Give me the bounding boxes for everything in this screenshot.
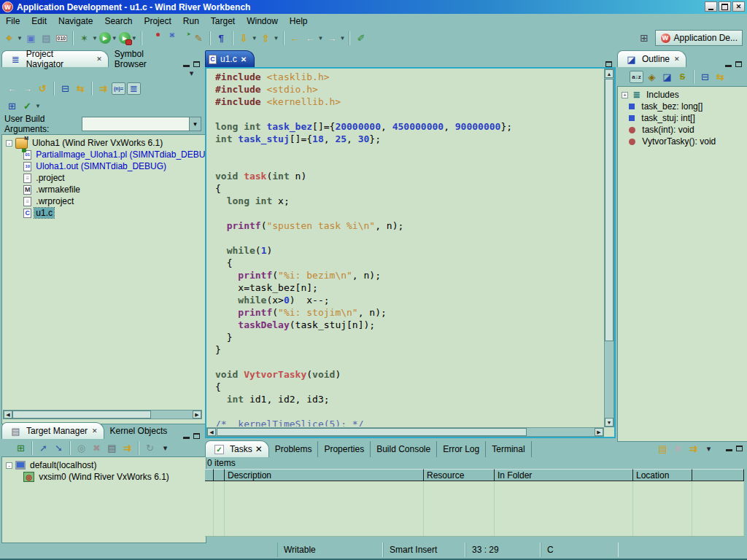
expander-icon[interactable]: - bbox=[6, 140, 12, 147]
menu-navigate[interactable]: Navigate bbox=[53, 15, 98, 27]
project-item[interactable]: PartialImage_Uloha1.pl (SIMNTdiab_DEBU bbox=[4, 149, 206, 160]
column-header[interactable] bbox=[214, 469, 225, 481]
run-icon[interactable] bbox=[99, 32, 111, 44]
restore-button[interactable] bbox=[719, 1, 731, 12]
open-folder-blue-icon[interactable] bbox=[161, 32, 175, 44]
menu-window[interactable]: Window bbox=[241, 15, 284, 27]
new-wizard-icon[interactable] bbox=[2, 32, 16, 44]
sync-icon[interactable] bbox=[120, 442, 134, 454]
outline-item[interactable]: task_bez: long[] bbox=[619, 101, 747, 112]
outline-item[interactable]: +Includes bbox=[619, 89, 747, 101]
outline-item[interactable]: task_stuj: int[] bbox=[619, 112, 747, 124]
remove-icon[interactable] bbox=[90, 442, 104, 454]
tab-problems[interactable]: Problems bbox=[269, 441, 319, 457]
combo-dropdown-button[interactable]: ▼ bbox=[189, 117, 201, 131]
menu-edit[interactable]: Edit bbox=[26, 15, 53, 27]
scroll-up-icon[interactable]: ▲ bbox=[605, 69, 614, 78]
nav-up-icon[interactable] bbox=[36, 82, 50, 95]
outline-item[interactable]: VytvorTasky(): void bbox=[619, 136, 747, 147]
maximize-view-button[interactable] bbox=[193, 433, 200, 439]
tab-kernel-objects[interactable]: Kernel Objects bbox=[104, 423, 174, 439]
add-task-icon[interactable] bbox=[656, 443, 670, 455]
delete-task-icon[interactable] bbox=[671, 443, 685, 455]
link-with-editor-pin-icon[interactable] bbox=[354, 32, 368, 44]
column-header-location[interactable]: Location bbox=[633, 469, 692, 481]
tab-outline[interactable]: Outline✕ bbox=[617, 50, 686, 67]
project-item[interactable]: .wrproject bbox=[4, 195, 206, 207]
editor-tab-u1c[interactable]: u1.c ✕ bbox=[205, 50, 255, 67]
maximize-view-button[interactable] bbox=[193, 61, 200, 67]
build-binary-icon[interactable] bbox=[55, 32, 69, 44]
tab-symbol-browser[interactable]: Symbol Browser bbox=[109, 51, 183, 67]
hide-non-public-icon[interactable] bbox=[676, 71, 689, 83]
open-folder-red-icon[interactable] bbox=[146, 32, 160, 44]
group-by-icon[interactable] bbox=[127, 82, 141, 95]
close-tab-icon[interactable]: ✕ bbox=[241, 55, 247, 63]
tab-build-console[interactable]: Build Console bbox=[371, 441, 437, 457]
dropdown-arrow-icon[interactable]: ▼ bbox=[17, 35, 23, 42]
dropdown-arrow-icon[interactable]: ▼ bbox=[131, 35, 137, 42]
target-item[interactable]: -default(localhost) bbox=[4, 459, 206, 471]
back-icon[interactable] bbox=[303, 32, 317, 44]
properties-icon[interactable] bbox=[105, 442, 119, 454]
scroll-left-icon[interactable]: ◀ bbox=[207, 428, 216, 436]
hide-static-icon[interactable] bbox=[660, 71, 674, 83]
minimize-button[interactable] bbox=[705, 1, 717, 12]
code-text[interactable]: #include <tasklib.h>#include <stdio.h>#i… bbox=[215, 71, 603, 427]
last-edit-location-icon[interactable] bbox=[288, 32, 302, 44]
column-header-resource[interactable]: Resource bbox=[424, 469, 495, 481]
close-tab-icon[interactable]: ✕ bbox=[96, 55, 102, 63]
dropdown-arrow-icon[interactable]: ▼ bbox=[112, 35, 117, 42]
maximize-view-button[interactable] bbox=[736, 446, 743, 451]
close-button[interactable]: ✕ bbox=[732, 1, 745, 12]
link-with-editor-icon[interactable] bbox=[713, 71, 727, 83]
tab-properties[interactable]: Properties bbox=[318, 441, 371, 457]
link-with-editor-icon[interactable] bbox=[74, 82, 88, 95]
scrollbar-thumb[interactable] bbox=[217, 428, 527, 436]
scroll-right-icon[interactable]: ▶ bbox=[193, 411, 201, 419]
forward-icon[interactable] bbox=[325, 32, 338, 44]
column-header-description[interactable]: Description bbox=[225, 469, 424, 481]
open-folder-green-icon[interactable] bbox=[177, 32, 190, 44]
show-build-spec-icon[interactable] bbox=[112, 82, 125, 95]
maximize-view-button[interactable] bbox=[735, 61, 742, 67]
expander-icon[interactable]: + bbox=[622, 92, 628, 98]
target-item[interactable]: vxsim0 (Wind River VxWorks 6.1) bbox=[4, 471, 206, 483]
dropdown-arrow-icon[interactable]: ▼ bbox=[339, 35, 345, 42]
project-item[interactable]: Uloha1.out (SIMNTdiab_DEBUG) bbox=[4, 160, 206, 172]
save-icon[interactable] bbox=[24, 32, 38, 44]
editor-content[interactable]: #include <tasklib.h>#include <stdio.h>#i… bbox=[205, 67, 616, 438]
expander-icon[interactable]: - bbox=[6, 462, 12, 469]
next-annotation-icon[interactable] bbox=[237, 32, 251, 44]
project-tree-hscrollbar[interactable]: ◀ ▶ bbox=[3, 410, 202, 419]
active-perspective-button[interactable]: W Application De... bbox=[655, 30, 743, 46]
menu-project[interactable]: Project bbox=[138, 15, 177, 27]
refresh-icon[interactable] bbox=[143, 442, 157, 454]
tab-tasks[interactable]: Tasks✕ bbox=[205, 440, 269, 457]
outline-item[interactable]: task(int): void bbox=[619, 124, 747, 136]
scroll-down-icon[interactable]: ▼ bbox=[605, 418, 614, 427]
previous-annotation-icon[interactable] bbox=[259, 32, 273, 44]
minimize-view-button[interactable] bbox=[726, 449, 732, 451]
dropdown-arrow-icon[interactable]: ▼ bbox=[92, 35, 98, 42]
view-menu-arrow-icon[interactable] bbox=[158, 442, 172, 454]
tab-target-manager[interactable]: Target Manager✕ bbox=[1, 422, 104, 439]
close-tab-icon[interactable]: ✕ bbox=[255, 444, 263, 454]
project-item[interactable]: -Uloha1 (Wind River VxWorks 6.1) bbox=[4, 137, 206, 149]
nav-back-icon[interactable] bbox=[5, 82, 19, 95]
column-header[interactable] bbox=[205, 469, 214, 481]
attach-debugger-icon[interactable] bbox=[74, 442, 88, 454]
dropdown-arrow-icon[interactable]: ▼ bbox=[318, 35, 324, 42]
open-perspective-icon[interactable] bbox=[638, 32, 651, 44]
disconnect-icon[interactable] bbox=[52, 442, 66, 454]
editor-hscrollbar[interactable]: ◀ ▶ bbox=[206, 427, 604, 437]
build-args-input[interactable] bbox=[82, 117, 189, 131]
connect-icon[interactable] bbox=[36, 442, 50, 454]
collapse-all-icon[interactable] bbox=[698, 71, 712, 83]
build-check-icon[interactable] bbox=[20, 100, 34, 112]
column-header[interactable] bbox=[692, 469, 744, 481]
collapse-all-icon[interactable] bbox=[58, 82, 72, 95]
dropdown-arrow-icon[interactable]: ▼ bbox=[252, 35, 258, 42]
maximize-editor-button[interactable] bbox=[605, 61, 612, 67]
filter-icon[interactable] bbox=[686, 443, 700, 455]
